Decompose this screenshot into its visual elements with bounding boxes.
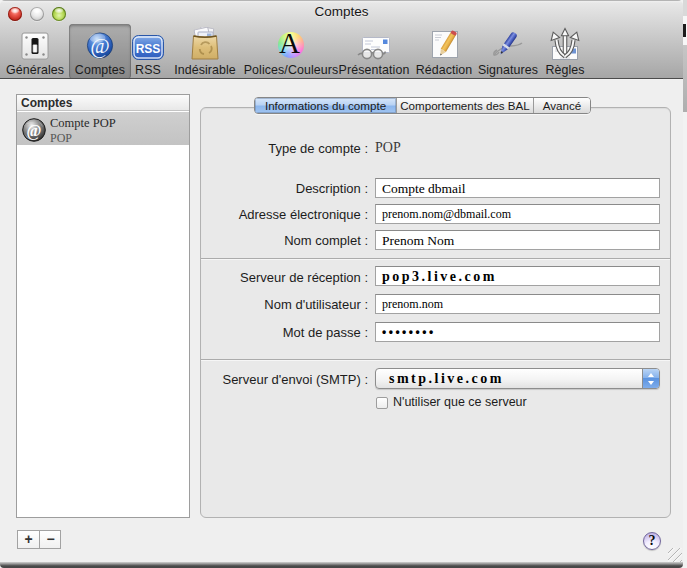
svg-text:RSS: RSS: [136, 42, 161, 56]
svg-text:@: @: [27, 122, 42, 140]
svg-text:@: @: [90, 34, 109, 58]
